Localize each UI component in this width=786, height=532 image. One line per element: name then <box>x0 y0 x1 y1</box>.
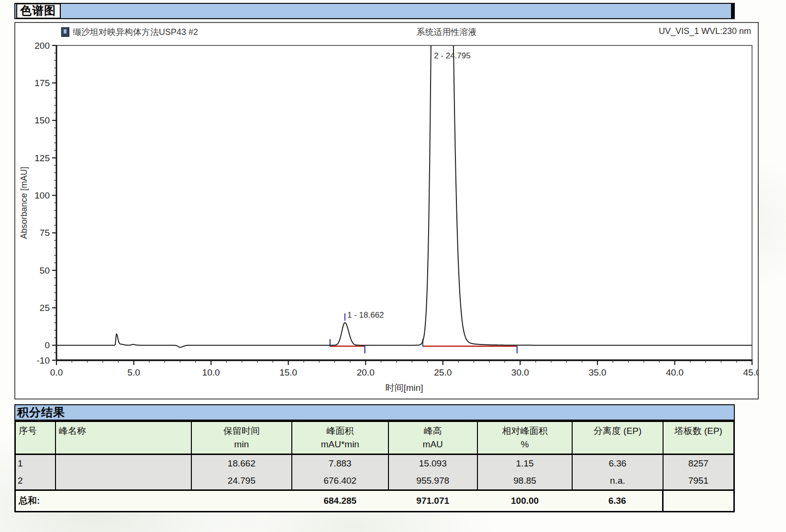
x-tick-label: 10.0 <box>202 367 220 377</box>
chromatogram-section-bar: 色谱图 <box>14 3 735 19</box>
report-page: 色谱图 缬沙坦对映异构体方法USP43 #2 系统适用性溶液 UV_VIS_1 … <box>0 0 786 512</box>
cell-peak-name <box>55 472 191 490</box>
sum-height: 971.071 <box>388 490 477 512</box>
sum-relative-area: 100.00 <box>477 490 572 512</box>
y-tick-label: 25 <box>40 303 50 313</box>
y-tick-label: 50 <box>40 266 50 276</box>
table-sum-row: 总和: 684.285 971.071 100.00 6.36 <box>15 490 734 512</box>
cell-height: 955.978 <box>388 472 477 490</box>
y-tick-label: 175 <box>34 78 50 88</box>
cell-plates: 8257 <box>663 454 734 473</box>
chart-header-left: 缬沙坦对映异构体方法USP43 #2 <box>61 26 353 38</box>
col-header-resolution: 分离度 (EP) <box>572 421 663 454</box>
col-header-retention-time: 保留时间min <box>191 421 292 454</box>
results-section-title: 积分结果 <box>15 405 65 420</box>
x-tick-label: 20.0 <box>357 367 375 377</box>
peak-label-1: 1 - 18.662 <box>347 310 384 320</box>
sum-area: 684.285 <box>292 490 388 512</box>
cell-no: 1 <box>15 454 55 473</box>
x-tick-label: 40.0 <box>666 367 684 377</box>
col-header-relative-area: 相对峰面积% <box>477 421 572 454</box>
y-tick-label: 100 <box>34 190 50 200</box>
cell-plates: 7951 <box>663 472 734 490</box>
y-axis-title: Absorbance [mAU] <box>19 166 29 239</box>
x-tick-label: 30.0 <box>511 367 529 377</box>
peak-label-2: 2 - 24.795 <box>434 51 471 60</box>
table-row-peak-2: 2 24.795 676.402 955.978 98.85 n.a. 7951 <box>15 472 734 490</box>
x-tick-label: 0.0 <box>50 367 63 377</box>
cell-height: 15.093 <box>388 454 477 473</box>
cell-retention-time: 18.662 <box>191 454 292 473</box>
chromatogram-plot: 2001751501251007550250-100.05.010.015.02… <box>15 41 758 399</box>
x-tick-label: 35.0 <box>588 367 606 377</box>
sample-type-label: 系统适用性溶液 <box>353 26 541 38</box>
x-tick-label: 25.0 <box>434 367 452 377</box>
sum-resolution: 6.36 <box>572 490 663 512</box>
integration-results-table: 序号 峰名称 保留时间min 峰面积mAU*min 峰高mAU 相对峰面积% 分… <box>14 421 735 512</box>
chromatogram-container: 缬沙坦对映异构体方法USP43 #2 系统适用性溶液 UV_VIS_1 WVL:… <box>14 22 759 399</box>
y-tick-label: -10 <box>37 355 50 366</box>
y-tick-label: 125 <box>34 153 50 163</box>
col-header-plates: 塔板数 (EP) <box>663 421 734 454</box>
y-tick-label: 0 <box>44 340 50 350</box>
cell-area: 7.883 <box>292 454 388 473</box>
cell-relative-area: 1.15 <box>477 454 572 473</box>
y-tick-label: 150 <box>34 115 50 125</box>
col-header-height: 峰高mAU <box>388 421 477 454</box>
table-row-peak-1: 1 18.662 7.883 15.093 1.15 6.36 8257 <box>15 454 734 473</box>
chart-header: 缬沙坦对映异构体方法USP43 #2 系统适用性溶液 UV_VIS_1 WVL:… <box>15 23 758 41</box>
results-section-bar: 积分结果 <box>14 404 735 421</box>
x-tick-label: 5.0 <box>127 367 140 377</box>
x-axis-title: 时间[min] <box>385 383 423 393</box>
cell-retention-time: 24.795 <box>191 472 292 490</box>
table-header-row: 序号 峰名称 保留时间min 峰面积mAU*min 峰高mAU 相对峰面积% 分… <box>15 421 734 454</box>
cell-area: 676.402 <box>292 472 388 490</box>
sum-label: 总和: <box>15 490 191 512</box>
sample-name: 缬沙坦对映异构体方法USP43 #2 <box>73 26 198 38</box>
col-header-peak-name: 峰名称 <box>55 421 191 454</box>
col-header-area: 峰面积mAU*min <box>292 421 388 454</box>
plot-frame <box>56 45 752 360</box>
y-tick-label: 200 <box>34 41 50 51</box>
chromatogram-section-title: 色谱图 <box>16 3 61 19</box>
y-tick-label: 75 <box>40 228 50 238</box>
cell-relative-area: 98.85 <box>477 472 572 490</box>
detector-channel-label: UV_VIS_1 WVL:230 nm <box>541 26 751 36</box>
x-tick-label: 15.0 <box>279 367 297 377</box>
x-tick-label: 45.0 <box>743 367 758 377</box>
col-header-no: 序号 <box>15 421 55 454</box>
sum-retention-time <box>191 490 292 512</box>
cell-peak-name <box>55 454 191 473</box>
cell-no: 2 <box>15 472 55 490</box>
sum-plates <box>663 490 734 512</box>
cell-resolution: 6.36 <box>572 454 663 473</box>
injection-icon <box>61 27 69 37</box>
cell-resolution: n.a. <box>572 472 663 490</box>
